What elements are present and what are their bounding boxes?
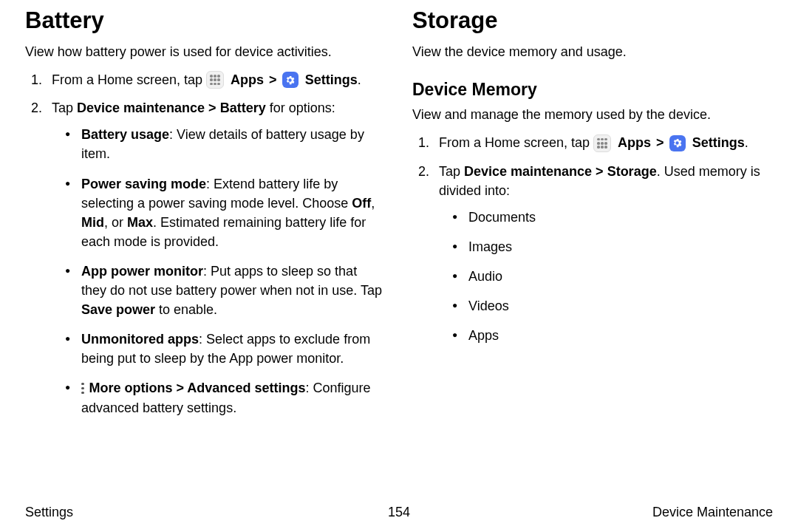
list-item: App power monitor: Put apps to sleep so … <box>69 262 386 319</box>
mode-max: Max <box>127 215 153 230</box>
apps-label: Apps <box>618 135 651 150</box>
settings-label: Settings <box>692 135 745 150</box>
apps-label: Apps <box>231 72 264 87</box>
mem-item: Videos <box>468 299 509 313</box>
list-item: Unmonitored apps: Select apps to exclude… <box>69 330 386 368</box>
storage-step-1: From a Home screen, tap Apps > Settings. <box>433 133 773 152</box>
text: for options: <box>266 100 335 115</box>
list-item: Apps <box>457 326 773 345</box>
apps-icon <box>593 134 611 152</box>
right-column: Storage View the device memory and usage… <box>412 4 773 488</box>
list-item: Power saving mode: Extend battery life b… <box>69 174 386 251</box>
chevron-right-icon: > <box>655 135 666 150</box>
settings-icon <box>282 72 299 88</box>
battery-steps: From a Home screen, tap Apps > Settings.… <box>25 70 386 417</box>
storage-step-2: Tap Device maintenance > Storage. Used m… <box>433 162 773 346</box>
mem-item: Audio <box>468 269 502 284</box>
option-name: Power saving mode <box>81 177 206 191</box>
left-column: Battery View how battery power is used f… <box>25 4 386 488</box>
heading-storage: Storage <box>412 4 773 38</box>
text: , <box>371 196 375 211</box>
path-text: Device maintenance > Storage <box>464 164 657 179</box>
save-power-label: Save power <box>81 302 155 317</box>
period: . <box>745 135 748 150</box>
text: From a Home screen, tap <box>439 135 593 150</box>
mem-item: Documents <box>468 210 536 225</box>
text: Tap <box>439 164 464 179</box>
heading-battery: Battery <box>25 4 386 38</box>
list-item: Audio <box>457 267 773 286</box>
mem-item: Apps <box>468 328 499 343</box>
mem-item: Images <box>468 239 512 254</box>
apps-icon <box>206 71 224 89</box>
option-name: More options > Advanced settings <box>89 381 306 395</box>
battery-step-2: Tap Device maintenance > Battery for opt… <box>46 98 386 417</box>
mode-mid: Mid <box>81 215 104 230</box>
footer-left: Settings <box>25 502 73 522</box>
settings-icon <box>669 135 686 151</box>
memory-items-list: Documents Images Audio Videos Apps <box>439 208 773 345</box>
list-item: Documents <box>457 208 773 227</box>
settings-label: Settings <box>305 72 358 87</box>
list-item: More options > Advanced settings: Config… <box>69 378 386 417</box>
text: Tap <box>52 100 77 115</box>
heading-device-memory: Device Memory <box>412 78 773 102</box>
list-item: Videos <box>457 296 773 316</box>
chevron-right-icon: > <box>267 72 279 87</box>
battery-options-list: Battery usage: View details of battery u… <box>52 125 386 417</box>
list-item: Battery usage: View details of battery u… <box>69 125 386 163</box>
page-content: Battery View how battery power is used f… <box>0 0 798 488</box>
path-text: Device maintenance > Battery <box>77 100 266 115</box>
option-name: Unmonitored apps <box>81 332 199 347</box>
option-name: Battery usage <box>81 127 169 142</box>
text: to enable. <box>155 302 217 317</box>
list-item: Images <box>457 237 773 256</box>
text: , or <box>104 215 127 230</box>
battery-intro: View how battery power is used for devic… <box>25 42 386 61</box>
device-memory-intro: View and manage the memory used by the d… <box>412 105 773 124</box>
page-number: 154 <box>388 502 410 522</box>
mode-off: Off <box>352 196 371 211</box>
text: From a Home screen, tap <box>52 72 206 87</box>
battery-step-1: From a Home screen, tap Apps > Settings. <box>46 70 386 89</box>
storage-intro: View the device memory and usage. <box>412 42 773 61</box>
option-name: App power monitor <box>81 264 203 279</box>
footer-right: Device Maintenance <box>652 502 773 522</box>
page-footer: Settings 154 Device Maintenance <box>25 502 773 522</box>
storage-steps: From a Home screen, tap Apps > Settings.… <box>412 133 773 345</box>
period: . <box>358 72 361 87</box>
more-options-icon <box>81 383 84 395</box>
